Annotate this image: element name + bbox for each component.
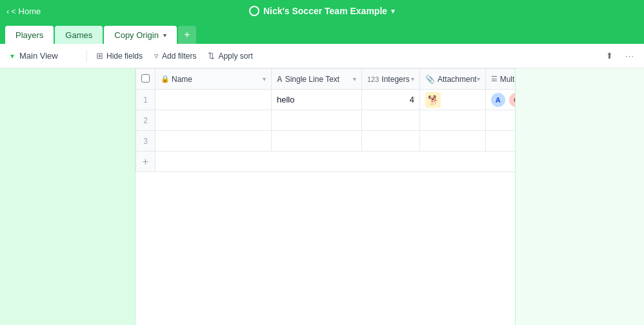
cell-name-1[interactable] (156, 90, 272, 110)
col-checkbox[interactable] (136, 69, 156, 90)
left-sidebar-panel (0, 68, 136, 325)
text-field-icon: A (277, 75, 283, 84)
toolbar-divider-1 (86, 50, 87, 63)
col-int-label: Integers (381, 75, 409, 84)
tab-players[interactable]: Players (5, 26, 54, 44)
cell-int-1-value: 4 (410, 95, 414, 104)
hide-fields-button[interactable]: ⊞ Hide fields (91, 48, 148, 63)
col-header-name[interactable]: 🔒 Name ▾ (156, 69, 272, 90)
apply-sort-label: Apply sort (218, 52, 252, 61)
col-text-label: Single Line Text (285, 75, 340, 84)
cell-text-1[interactable]: hello (272, 90, 362, 110)
view-selector[interactable]: ▾ Main View (5, 48, 83, 63)
cell-text-3[interactable] (272, 131, 362, 152)
multi-field-icon: ☰ (491, 75, 498, 83)
add-row-plus-icon[interactable]: + (136, 152, 156, 172)
tab-copy-origin[interactable]: Copy Origin ▾ (104, 26, 177, 44)
home-label: < Home (11, 6, 41, 16)
toolbar-right: ⬆ ··· (600, 47, 639, 65)
data-table: 🔒 Name ▾ A Single Line Text ▾ (136, 68, 515, 172)
cell-multi-3[interactable] (485, 131, 515, 152)
col-header-text[interactable]: A Single Line Text ▾ (272, 69, 362, 90)
hide-fields-label: Hide fields (106, 52, 143, 61)
add-row[interactable]: + (136, 152, 516, 172)
attachment-thumbnail-1: 🐕 (425, 92, 441, 108)
tab-bar: Players Games Copy Origin ▾ + (0, 22, 644, 44)
tab-games[interactable]: Games (55, 26, 103, 44)
col-text-chevron-icon: ▾ (353, 75, 356, 83)
grid-container: 🔒 Name ▾ A Single Line Text ▾ (0, 68, 644, 325)
toolbar: ▾ Main View ⊞ Hide fields ▿ Add filters … (0, 44, 644, 68)
attach-field-icon: 📎 (425, 75, 435, 84)
row-num-2: 2 (136, 110, 156, 131)
add-row-empty (156, 152, 516, 172)
lock-icon: 🔒 (161, 75, 170, 83)
col-header-int[interactable]: 123 Integers ▾ (362, 69, 420, 90)
top-bar: ‹ < Home Nick's Soccer Team Example ▾ (0, 0, 644, 22)
col-header-attach[interactable]: 📎 Attachment ▾ (420, 69, 486, 90)
more-options-icon: ··· (625, 51, 634, 61)
apply-sort-icon: ⇅ (208, 51, 215, 61)
cell-name-3[interactable] (156, 131, 272, 152)
table-row: 2 (136, 110, 516, 131)
tab-games-label: Games (65, 30, 92, 40)
select-all-checkbox[interactable] (141, 74, 150, 83)
table-row: 1 hello 4 🐕 A C (136, 90, 516, 110)
add-filters-icon: ▿ (154, 51, 159, 61)
app-title-circle-icon (249, 6, 259, 16)
tab-copy-origin-chevron-icon: ▾ (163, 32, 166, 39)
col-attach-chevron-icon: ▾ (477, 75, 480, 83)
add-tab-button[interactable]: + (178, 26, 196, 44)
tab-copy-origin-label: Copy Origin (114, 30, 159, 40)
cell-multi-2[interactable] (485, 110, 515, 131)
cell-int-2[interactable] (362, 110, 420, 131)
app-title-chevron-icon[interactable]: ▾ (391, 7, 395, 15)
tag-a: A (491, 93, 505, 107)
cell-text-2[interactable] (272, 110, 362, 131)
col-multi-label: Multiple Select (500, 75, 515, 84)
tab-players-label: Players (15, 30, 43, 40)
cell-text-1-value: hello (277, 95, 294, 104)
view-selector-label: Main View (19, 51, 58, 61)
apply-sort-button[interactable]: ⇅ Apply sort (203, 48, 257, 63)
row-num-3: 3 (136, 131, 156, 152)
share-button[interactable]: ⬆ (600, 47, 618, 65)
col-header-multi[interactable]: ☰ Multiple Select ▾ (485, 69, 515, 90)
col-int-chevron-icon: ▾ (411, 75, 414, 83)
add-filters-label: Add filters (162, 52, 196, 61)
view-chevron-icon: ▾ (10, 52, 14, 61)
table-wrapper[interactable]: 🔒 Name ▾ A Single Line Text ▾ (136, 68, 515, 325)
hide-fields-icon: ⊞ (96, 51, 103, 61)
cell-attach-1[interactable]: 🐕 (420, 90, 486, 110)
cell-int-3[interactable] (362, 131, 420, 152)
right-panel (515, 68, 644, 325)
col-name-chevron-icon: ▾ (263, 75, 266, 83)
row-num-1: 1 (136, 90, 156, 110)
app-title: Nick's Soccer Team Example ▾ (249, 6, 395, 16)
cell-int-1[interactable]: 4 (362, 90, 420, 110)
cell-attach-2[interactable] (420, 110, 486, 131)
col-name-label: Name (172, 75, 192, 84)
cell-multi-1[interactable]: A C (485, 90, 515, 110)
table-row: 3 (136, 131, 516, 152)
home-arrow-icon: ‹ (6, 6, 9, 16)
more-options-button[interactable]: ··· (621, 47, 639, 65)
share-icon: ⬆ (606, 51, 613, 61)
cell-attach-3[interactable] (420, 131, 486, 152)
cell-name-2[interactable] (156, 110, 272, 131)
int-field-icon: 123 (367, 75, 379, 83)
col-attach-label: Attachment (438, 75, 477, 84)
add-filters-button[interactable]: ▿ Add filters (149, 48, 201, 63)
tag-c: C (509, 93, 515, 107)
app-title-text: Nick's Soccer Team Example (263, 6, 387, 16)
home-button[interactable]: ‹ < Home (6, 6, 41, 16)
